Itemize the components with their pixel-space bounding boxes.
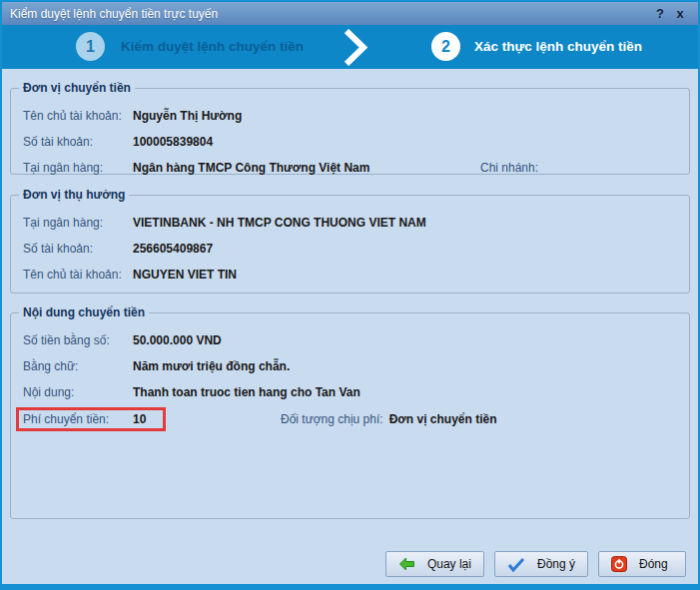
sender-bank-value: Ngân hàng TMCP Công Thương Việt Nam	[133, 161, 369, 175]
sender-branch-label: Chi nhánh:	[480, 161, 538, 175]
amount-words-row: Bằng chữ: Năm mươi triệu đồng chẵn.	[15, 353, 685, 379]
ok-button-label: Đồng ý	[537, 557, 575, 571]
close-icon[interactable]: x	[670, 4, 690, 24]
wizard-steps-bar: 1 Kiểm duyệt lệnh chuyển tiền 2 Xác thực…	[2, 25, 698, 69]
close-button-label: Đóng	[639, 557, 668, 571]
amount-words-label: Bằng chữ:	[23, 359, 133, 373]
fee-payer-group: Đối tượng chịu phí: Đơn vị chuyển tiền	[281, 412, 497, 426]
step-2-label: Xác thực lệnh chuyển tiền	[474, 39, 642, 54]
transfer-detail-groupbox: Nội dung chuyển tiền Số tiền bằng số: 50…	[10, 305, 690, 519]
sender-bank-label: Tại ngân hàng:	[23, 161, 133, 175]
beneficiary-account-number-row: Số tài khoản: 256605409867	[15, 236, 685, 262]
fee-value: 10	[133, 412, 146, 426]
chevron-right-icon	[342, 29, 369, 66]
beneficiary-account-number-value: 256605409867	[133, 242, 213, 256]
sender-account-name-value: Nguyễn Thị Hường	[133, 109, 242, 123]
beneficiary-account-name-label: Tên chủ tài khoản:	[23, 268, 133, 282]
title-bar: Kiểm duyệt lệnh chuyển tiền trực tuyến ?…	[2, 2, 698, 25]
power-off-icon	[611, 556, 627, 572]
beneficiary-account-name-value: NGUYEN VIET TIN	[133, 268, 237, 282]
fee-row: Phí chuyển tiền: 10 Đối tượng chịu phí: …	[15, 406, 685, 432]
sender-bank-row: Tại ngân hàng: Ngân hàng TMCP Công Thươn…	[15, 155, 685, 181]
description-row: Nội dung: Thanh toan truoc tien hang cho…	[15, 379, 685, 405]
sender-account-number-row: Số tài khoản: 100005839804	[15, 129, 685, 155]
step-1-number-badge: 1	[76, 32, 105, 61]
fee-payer-label: Đối tượng chịu phí:	[281, 412, 383, 426]
description-value: Thanh toan truoc tien hang cho Tan Van	[133, 385, 360, 399]
beneficiary-bank-row: Tại ngân hàng: VIETINBANK - NH TMCP CONG…	[15, 210, 685, 236]
beneficiary-group-title: Đơn vị thụ hưởng	[19, 188, 129, 202]
ok-button[interactable]: Đồng ý	[494, 551, 588, 577]
wizard-step-1: 1 Kiểm duyệt lệnh chuyển tiền	[76, 32, 304, 61]
back-button[interactable]: Quay lại	[385, 551, 484, 577]
amount-words-value: Năm mươi triệu đồng chẵn.	[133, 359, 290, 373]
amount-row: Số tiền bằng số: 50.000.000 VND	[15, 327, 685, 353]
sender-account-number-label: Số tài khoản:	[23, 135, 133, 149]
button-bar: Quay lại Đồng ý Đóng	[385, 551, 686, 577]
beneficiary-groupbox: Đơn vị thụ hưởng Tại ngân hàng: VIETINBA…	[10, 188, 690, 294]
sender-account-number-value: 100005839804	[133, 135, 213, 149]
sender-account-name-row: Tên chủ tài khoản: Nguyễn Thị Hường	[15, 103, 685, 129]
wizard-step-2: 2 Xác thực lệnh chuyển tiền	[431, 32, 642, 61]
amount-value: 50.000.000 VND	[133, 333, 222, 347]
dialog-content: Đơn vị chuyển tiền Tên chủ tài khoản: Ng…	[2, 69, 698, 519]
step-2-number-badge: 2	[431, 32, 460, 61]
step-1-label: Kiểm duyệt lệnh chuyển tiền	[121, 39, 304, 54]
fee-payer-value: Đơn vị chuyển tiền	[389, 412, 497, 426]
back-button-label: Quay lại	[427, 557, 471, 571]
checkmark-icon	[507, 557, 525, 572]
beneficiary-bank-value: VIETINBANK - NH TMCP CONG THUONG VIET NA…	[133, 216, 426, 230]
beneficiary-bank-label: Tại ngân hàng:	[23, 216, 133, 230]
transfer-detail-group-title: Nội dung chuyển tiền	[19, 305, 149, 319]
beneficiary-account-number-label: Số tài khoản:	[23, 242, 133, 256]
sender-group-title: Đơn vị chuyển tiền	[19, 81, 135, 95]
close-button[interactable]: Đóng	[598, 551, 686, 577]
beneficiary-account-name-row: Tên chủ tài khoản: NGUYEN VIET TIN	[15, 262, 685, 288]
sender-groupbox: Đơn vị chuyển tiền Tên chủ tài khoản: Ng…	[10, 81, 690, 175]
description-label: Nội dung:	[23, 385, 133, 399]
fee-label: Phí chuyển tiền:	[23, 412, 133, 426]
amount-label: Số tiền bằng số:	[23, 333, 133, 347]
window-title: Kiểm duyệt lệnh chuyển tiền trực tuyến	[10, 7, 650, 21]
transfer-review-dialog: Kiểm duyệt lệnh chuyển tiền trực tuyến ?…	[0, 0, 700, 590]
back-arrow-icon	[398, 557, 415, 571]
sender-account-name-label: Tên chủ tài khoản:	[23, 109, 133, 123]
help-icon[interactable]: ?	[650, 4, 670, 24]
